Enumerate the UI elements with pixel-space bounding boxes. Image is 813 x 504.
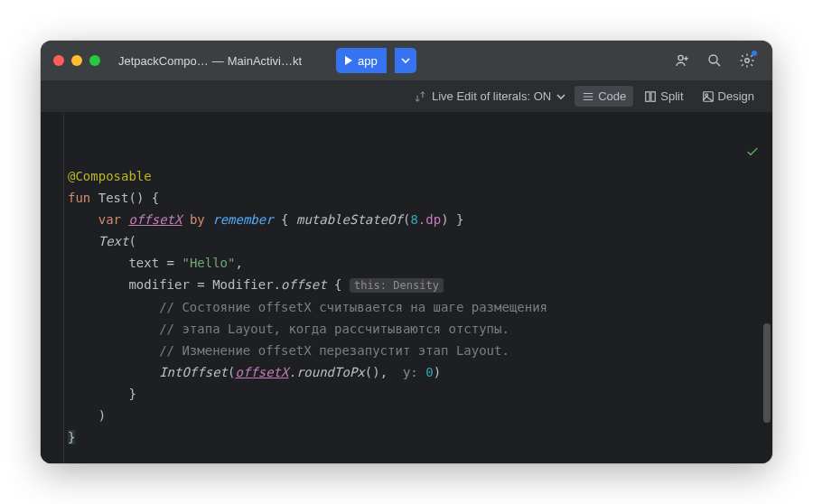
code-editor[interactable]: @Composable fun Test() { var offsetX by … <box>64 113 772 463</box>
code-eq: = <box>190 277 212 292</box>
code-call: Text <box>98 234 129 248</box>
ide-window: JetpackCompo… — MainActivi…kt app <box>41 41 772 463</box>
code-number: 8 <box>410 212 417 227</box>
notification-badge <box>752 51 757 56</box>
inspection-ok-icon[interactable] <box>685 122 760 187</box>
title-separator: — <box>212 54 224 68</box>
project-name: JetpackCompo… <box>118 54 209 68</box>
code-paren: ) <box>441 212 448 227</box>
code-call: remember <box>212 212 273 227</box>
svg-point-12 <box>705 93 707 96</box>
run-config-label: app <box>358 54 378 68</box>
run-config-dropdown[interactable] <box>395 48 416 73</box>
code-function-name: Test <box>98 191 129 205</box>
run-button[interactable]: app <box>336 48 387 73</box>
code-prop: .dp <box>418 212 441 227</box>
svg-point-0 <box>678 55 683 60</box>
titlebar: JetpackCompo… — MainActivi…kt app <box>41 41 772 80</box>
live-edit-label: Live Edit of literals: ON <box>432 89 551 103</box>
code-comma: , <box>235 256 242 270</box>
code-paren: ) <box>98 408 106 423</box>
code-call: .roundToPx <box>288 365 364 379</box>
code-brace: { <box>281 212 288 227</box>
view-tab-code-label: Code <box>598 89 626 103</box>
code-brace: { <box>334 277 341 292</box>
code-brace: } <box>128 387 136 401</box>
code-with-me-button[interactable] <box>669 48 695 73</box>
window-title[interactable]: JetpackCompo… — MainActivi…kt <box>118 54 309 68</box>
code-dot: . <box>274 277 281 292</box>
close-window-button[interactable] <box>53 55 64 66</box>
code-brace: { <box>152 191 159 205</box>
code-parens: () <box>365 365 380 379</box>
code-param-name: modifier <box>128 277 189 292</box>
vertical-scrollbar[interactable] <box>763 323 771 423</box>
gutter[interactable] <box>41 113 64 463</box>
view-tab-split-label: Split <box>660 89 683 103</box>
svg-point-3 <box>709 55 717 63</box>
code-paren: ( <box>128 234 136 248</box>
code-comment: // этапа Layout, когда рассчитываются от… <box>159 322 509 336</box>
window-controls <box>53 55 100 66</box>
code-class: Modifier <box>212 277 273 292</box>
svg-line-4 <box>716 62 720 66</box>
code-brace: } <box>456 212 463 227</box>
code-variable: offsetX <box>235 365 288 379</box>
settings-button[interactable] <box>734 48 760 73</box>
inlay-hint: this: Density <box>350 278 444 293</box>
caret-line: } <box>68 430 75 444</box>
code-param-name: text <box>128 256 159 270</box>
search-button[interactable] <box>702 48 727 73</box>
code-string: "Hello" <box>182 256 235 270</box>
code-call: mutableStateOf <box>296 212 403 227</box>
view-tab-split[interactable]: Split <box>637 86 690 107</box>
code-comment: // Изменение offsetX перезапустит этап L… <box>159 343 509 358</box>
play-icon <box>345 56 352 65</box>
view-tab-design[interactable]: Design <box>695 86 762 107</box>
code-brace: } <box>68 430 75 444</box>
minimize-window-button[interactable] <box>71 55 82 66</box>
svg-rect-9 <box>646 91 649 101</box>
svg-rect-10 <box>651 91 655 101</box>
code-call: offset <box>281 277 327 292</box>
code-variable: offsetX <box>128 212 182 227</box>
svg-point-5 <box>745 59 750 63</box>
code-paren: ) <box>434 365 441 379</box>
file-name: MainActivi…kt <box>228 54 302 68</box>
inlay-hint: y: <box>403 365 418 379</box>
code-annotation: @Composable <box>68 169 152 183</box>
view-tab-code[interactable]: Code <box>575 86 633 107</box>
editor-toolbar: Live Edit of literals: ON Code Split Des… <box>41 80 772 113</box>
live-edit-toggle[interactable]: Live Edit of literals: ON <box>408 89 571 103</box>
code-comment: // Состояние offsetX считывается на шаге… <box>159 300 547 314</box>
code-parens: () <box>128 191 144 205</box>
code-keyword: var <box>98 212 121 227</box>
code-number: 0 <box>425 365 433 379</box>
code-keyword: fun <box>68 191 90 205</box>
code-keyword: by <box>190 212 205 227</box>
code-comma: , <box>380 365 388 379</box>
maximize-window-button[interactable] <box>89 55 100 66</box>
view-tab-design-label: Design <box>718 89 754 103</box>
code-call: IntOffset <box>159 365 228 379</box>
editor-area[interactable]: @Composable fun Test() { var offsetX by … <box>41 113 772 463</box>
code-eq: = <box>159 256 182 270</box>
